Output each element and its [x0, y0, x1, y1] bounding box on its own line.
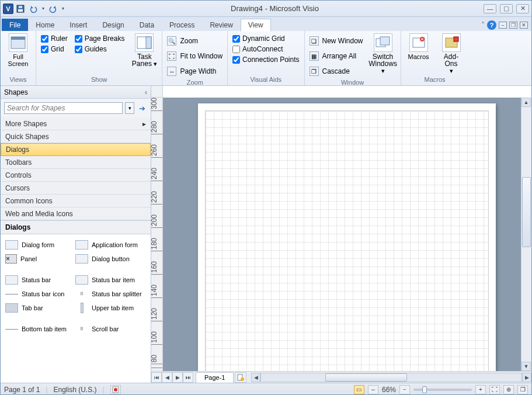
next-page-button[interactable]: ▶: [172, 372, 183, 383]
stencil-item[interactable]: Toolbars: [1, 156, 151, 169]
drawing-surface[interactable]: [163, 98, 521, 371]
cascade-button[interactable]: ❐Cascade: [310, 65, 363, 78]
grid-checkbox[interactable]: Grid: [41, 45, 68, 53]
switch-windows-button[interactable]: Switch Windows ▾: [370, 33, 396, 78]
help-icon[interactable]: ?: [487, 20, 496, 30]
switch-windows-status-icon[interactable]: ❐: [517, 385, 528, 394]
shape-item[interactable]: Status bar: [4, 273, 74, 287]
zoom-knob[interactable]: [422, 386, 427, 393]
first-page-button[interactable]: ⏮: [151, 372, 162, 383]
ruler-checkbox[interactable]: Ruler: [41, 34, 68, 43]
presentation-mode-icon[interactable]: ▭: [354, 385, 364, 394]
arrange-all-button[interactable]: ▦Arrange All: [310, 50, 363, 63]
close-button[interactable]: ✕: [516, 4, 529, 13]
page-width-button[interactable]: ↔Page Width: [167, 65, 222, 78]
undo-button[interactable]: [27, 3, 39, 15]
shape-item[interactable]: ⠿Status bar splitter: [74, 287, 144, 301]
last-page-button[interactable]: ⏭: [183, 372, 193, 383]
maximize-button[interactable]: ▢: [500, 4, 513, 13]
tab-data[interactable]: Data: [132, 19, 162, 31]
horizontal-scrollbar[interactable]: ◀ ▶: [251, 373, 531, 382]
shape-item[interactable]: Bottom tab item: [4, 322, 74, 336]
page-tab-1[interactable]: Page-1: [196, 372, 234, 383]
mdi-minimize-button[interactable]: –: [499, 22, 507, 29]
minimize-button[interactable]: —: [484, 4, 496, 13]
shape-item[interactable]: Tab bar: [4, 301, 74, 315]
mdi-close-button[interactable]: ✕: [520, 22, 528, 29]
svg-rect-8: [380, 37, 390, 45]
scroll-down-icon[interactable]: ▼: [521, 362, 531, 371]
stencil-item[interactable]: Common Icons: [1, 195, 151, 207]
autoconnect-checkbox[interactable]: AutoConnect: [232, 45, 299, 53]
shape-item[interactable]: Status bar item: [74, 273, 144, 287]
svg-rect-6: [146, 37, 151, 48]
scroll-right-icon[interactable]: ▶: [522, 373, 531, 382]
stencil-item[interactable]: Quick Shapes: [1, 130, 151, 143]
shape-item[interactable]: Application form: [74, 238, 144, 252]
svg-rect-1: [18, 9, 23, 12]
page-breaks-checkbox[interactable]: Page Breaks: [75, 34, 125, 43]
zoom-in-button[interactable]: +: [475, 385, 486, 394]
page-tabs-bar: ⏮ ◀ ▶ ⏭ Page-1 ◀ ▶: [151, 371, 531, 383]
qat-customize[interactable]: ▾: [60, 3, 66, 15]
tab-review[interactable]: Review: [202, 19, 240, 31]
vertical-scrollbar[interactable]: ▲ ▼: [521, 98, 531, 371]
full-screen-status-icon[interactable]: ⊕: [503, 385, 514, 394]
shapes-search-row: ▾ ➔: [1, 99, 151, 117]
shape-item[interactable]: ×Panel: [4, 252, 74, 266]
stencil-item[interactable]: Web and Media Icons: [1, 207, 151, 220]
vertical-ruler[interactable]: 30028026024022020018016014012010080: [151, 98, 163, 371]
mdi-restore-button[interactable]: ❐: [509, 22, 517, 29]
tab-design[interactable]: Design: [95, 19, 131, 31]
tab-file[interactable]: File: [2, 19, 28, 31]
shapes-search-input[interactable]: [4, 102, 123, 114]
tab-view[interactable]: View: [241, 19, 271, 32]
task-panes-button[interactable]: Task Panes ▾: [131, 33, 157, 75]
stencil-item[interactable]: Controls: [1, 169, 151, 182]
language-status[interactable]: English (U.S.): [54, 386, 97, 394]
more-shapes-item[interactable]: More Shapes▸: [1, 117, 151, 130]
app-logo[interactable]: V: [3, 4, 13, 14]
dynamic-grid-checkbox[interactable]: Dynamic Grid: [232, 34, 299, 43]
full-screen-button[interactable]: Full Screen: [5, 33, 31, 75]
scroll-up-icon[interactable]: ▲: [521, 98, 531, 107]
shape-item[interactable]: Dialog form: [4, 238, 74, 252]
fit-to-window-button[interactable]: ⛶Fit to Window: [167, 50, 222, 63]
macro-record-icon[interactable]: [110, 385, 121, 394]
shape-item[interactable]: Upper tab item: [74, 301, 144, 315]
zoom-button[interactable]: 🔍Zoom: [167, 34, 222, 47]
zoom-out-button[interactable]: −: [399, 385, 410, 394]
shape-label: Status bar icon: [22, 290, 64, 297]
shape-item[interactable]: Dialog button: [74, 252, 144, 266]
shape-thumbnail: [5, 275, 18, 285]
hscroll-thumb[interactable]: [325, 373, 407, 382]
connection-points-checkbox[interactable]: Connection Points: [232, 56, 299, 64]
zoom-level[interactable]: 66%: [382, 386, 396, 394]
guides-checkbox[interactable]: Guides: [75, 45, 125, 53]
stencil-item[interactable]: Dialogs: [1, 143, 151, 156]
collapse-shapes-icon[interactable]: ‹: [145, 88, 147, 96]
tab-process[interactable]: Process: [162, 19, 202, 31]
macros-button[interactable]: Macros: [406, 33, 432, 75]
addons-button[interactable]: Add-Ons▾: [439, 33, 464, 75]
tab-home[interactable]: Home: [28, 19, 62, 31]
new-window-button[interactable]: ❏New Window: [310, 34, 363, 47]
fit-page-status-icon[interactable]: ⛶: [489, 385, 500, 394]
zoom-slider[interactable]: [413, 389, 472, 391]
prev-page-button[interactable]: ◀: [162, 372, 172, 383]
insert-page-button[interactable]: [235, 372, 246, 383]
page-width-status-icon[interactable]: ↔: [368, 385, 378, 394]
drawing-page[interactable]: [198, 103, 496, 371]
search-dropdown[interactable]: ▾: [125, 102, 134, 114]
search-go-icon[interactable]: ➔: [137, 103, 147, 113]
save-button[interactable]: [15, 3, 26, 15]
stencil-item[interactable]: Cursors: [1, 182, 151, 195]
shape-item[interactable]: Status bar icon: [4, 287, 74, 301]
scroll-left-icon[interactable]: ◀: [251, 373, 260, 382]
redo-button[interactable]: [47, 3, 59, 15]
shape-item[interactable]: ⠿Scroll bar: [74, 322, 144, 336]
vscroll-thumb[interactable]: [522, 177, 531, 247]
minimize-ribbon-icon[interactable]: ˄: [481, 21, 485, 29]
tab-insert[interactable]: Insert: [62, 19, 95, 31]
undo-menu[interactable]: ▾: [40, 3, 46, 15]
